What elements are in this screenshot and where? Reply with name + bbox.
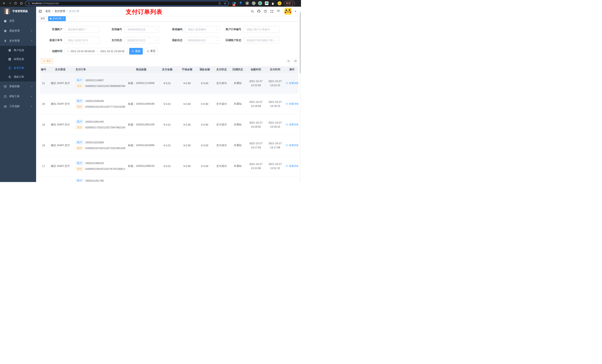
view-detail-link[interactable]: 查看详情: [286, 144, 298, 147]
url-bar[interactable]: localhost:1024/pay/order: [25, 1, 229, 6]
reload-icon[interactable]: [14, 2, 17, 5]
home-icon[interactable]: [20, 2, 23, 5]
sidebar-item-workflow[interactable]: 工作流程: [0, 101, 36, 111]
breadcrumb-separator: /: [52, 10, 53, 13]
refresh-table-button[interactable]: [293, 58, 298, 64]
help-icon[interactable]: [263, 10, 267, 13]
app-select-input[interactable]: [124, 26, 159, 33]
export-button[interactable]: 导出: [41, 58, 53, 64]
sidebar-item-payment[interactable]: ¥ 支付管理: [0, 36, 36, 46]
bookmark-star-icon[interactable]: [224, 2, 226, 5]
tab-pay-order[interactable]: 支付订单 ×: [48, 16, 66, 21]
update-button[interactable]: 更新: [284, 1, 295, 6]
channel-order-no-label: 渠道订单号: [41, 39, 65, 42]
cell-amount: ¥ 0.01: [156, 73, 178, 94]
github-icon[interactable]: [257, 10, 261, 13]
page-scrollbar[interactable]: [300, 7, 301, 182]
back-icon[interactable]: [2, 2, 6, 5]
sidebar-item-refund-order[interactable]: 退款订单: [0, 73, 36, 81]
refund-status-input[interactable]: [185, 37, 220, 44]
channel-order-no-input[interactable]: [65, 37, 100, 44]
view-detail-link[interactable]: 查看详情: [286, 123, 298, 126]
cell-fee: ¥ 0.00: [178, 114, 196, 135]
browser-menu-icon[interactable]: [292, 2, 293, 5]
yen-icon: ¥: [4, 39, 7, 42]
breadcrumb-home[interactable]: 首页: [45, 10, 51, 13]
sidebar-item-home[interactable]: 首页: [0, 16, 36, 26]
extension-green-dot-icon[interactable]: [252, 1, 256, 5]
view-detail-link[interactable]: 查看详情: [286, 82, 298, 85]
extension-command-icon[interactable]: ⌘: [245, 1, 249, 5]
cell-title: 标题：1635311468233: [127, 156, 156, 176]
sidebar-item-merchant-info[interactable]: 商户信息: [0, 46, 36, 55]
font-size-icon[interactable]: TT: [276, 10, 280, 13]
extension-puzzle-icon[interactable]: [271, 1, 275, 5]
extension-y-icon[interactable]: Y: [258, 1, 262, 5]
search-icon[interactable]: [250, 10, 254, 13]
cell-amount: ¥ 0.01: [156, 114, 178, 135]
extension-chat-icon[interactable]: [265, 1, 269, 5]
table-header-row: 编号 支付渠道 支付订单 商品标题 支付金额 手续金额 退款金额 支付状态 回调…: [40, 66, 298, 73]
channel-code-select: [185, 26, 220, 33]
user-avatar[interactable]: [284, 8, 291, 15]
reset-button-label: 重置: [150, 50, 155, 53]
filter-form: 所属商户 应用编号 渠道编码: [36, 21, 301, 54]
pay-status-input[interactable]: [124, 37, 159, 44]
sidebar-item-label: 研发工具: [9, 95, 20, 98]
cell-id: 21: [40, 73, 47, 94]
share-icon[interactable]: [218, 2, 221, 5]
fullscreen-icon[interactable]: [270, 10, 274, 13]
notify-status-input[interactable]: [244, 37, 280, 44]
site-info-icon[interactable]: [27, 2, 30, 5]
create-time-label: 创建时间: [41, 50, 65, 53]
caret-down-icon[interactable]: ▼: [294, 10, 297, 12]
view-detail-link[interactable]: 查看详情: [286, 165, 298, 168]
sidebar-item-pay-order[interactable]: ¥ 支付订单: [0, 64, 36, 73]
cell-notify: 未通知: [230, 114, 246, 135]
close-icon[interactable]: ×: [63, 18, 64, 20]
cell-notify: 未通知: [230, 94, 246, 114]
extension-balloon-icon[interactable]: [239, 1, 243, 5]
sidebar-item-system[interactable]: 系统管理: [0, 26, 36, 36]
merchant-input[interactable]: [65, 26, 100, 33]
forward-icon[interactable]: [8, 2, 11, 5]
shop-icon: [8, 49, 11, 52]
sidebar-item-infra[interactable]: 基础设施: [0, 81, 36, 91]
sidebar-toggle-icon[interactable]: [38, 10, 42, 13]
merchant-order-no-input[interactable]: [244, 26, 280, 33]
pay-order-no: 4200001167202110271022491439: [85, 147, 125, 150]
notify-status-label: 回调商户状态: [220, 39, 244, 42]
create-time-range-picker[interactable]: 2021-10-01 00:00:00 - 2021-10-31 23:59:5…: [65, 48, 128, 54]
extension-blue-diamond-icon[interactable]: 10: [232, 1, 236, 5]
monitor-chart-icon: [4, 85, 7, 88]
search-icon: [132, 50, 134, 52]
gear-icon: [4, 29, 7, 32]
scrollbar-thumb[interactable]: [300, 12, 301, 73]
cell-status: 支付成功: [214, 73, 230, 94]
extension-emoji-icon[interactable]: [278, 1, 281, 5]
table-tools: [286, 58, 301, 64]
cell-channel: 微信 JSAPI 支付: [47, 114, 74, 135]
sidebar-item-dev-tools[interactable]: 研发工具: [0, 91, 36, 101]
sidebar-item-label: 系统管理: [9, 29, 20, 32]
pay-order-table: 编号 支付渠道 支付订单 商品标题 支付金额 手续金额 退款金额 支付状态 回调…: [40, 66, 298, 182]
reset-button[interactable]: 重置: [145, 48, 158, 54]
pay-order-no: 4200001194202110276752100612: [85, 167, 125, 170]
app-logo-row[interactable]: 芋道管理系统: [0, 7, 36, 16]
search-button[interactable]: 搜索: [129, 48, 143, 54]
sidebar-item-app-info[interactable]: 应用信息: [0, 55, 36, 64]
cell-amount: ¥ 0.01: [156, 135, 178, 156]
toolbox-icon: [4, 95, 7, 98]
refund-status-label: 退款状态: [159, 39, 185, 42]
view-detail-link[interactable]: 查看详情: [286, 102, 298, 106]
cell-channel: 微信 JSAPI 支付: [47, 135, 74, 156]
channel-code-input[interactable]: [185, 26, 220, 33]
toggle-search-button[interactable]: [286, 58, 291, 64]
col-channel: 支付渠道: [47, 66, 74, 73]
cell-created: 2021-10-2713:19:09: [246, 94, 266, 114]
breadcrumb-payment[interactable]: 支付管理: [55, 10, 65, 13]
yen-circle-icon: ¥: [8, 67, 11, 70]
tab-home[interactable]: 首页: [39, 16, 47, 21]
refund-status-select: [185, 37, 220, 44]
cell-id: 19: [40, 114, 47, 135]
